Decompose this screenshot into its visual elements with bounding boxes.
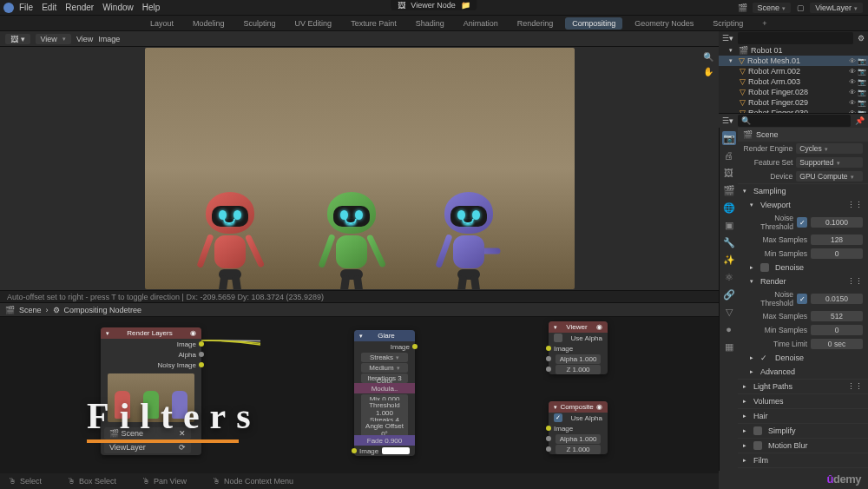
tab-modeling[interactable]: Modeling — [186, 17, 232, 30]
z-value[interactable]: Z 1.000 — [556, 365, 601, 374]
options-icon[interactable]: ⋮⋮ — [847, 382, 863, 391]
object-tab-icon[interactable]: ▣ — [722, 218, 736, 232]
image-viewport[interactable]: 🔍 ✋ — [0, 47, 719, 290]
denoise-r-header[interactable]: ▸✓Denoise — [738, 351, 868, 365]
tab-scripting[interactable]: Scripting — [706, 17, 750, 30]
film-header[interactable]: ▸Film — [738, 453, 868, 467]
use-alpha-check[interactable] — [554, 334, 562, 342]
tab-layout[interactable]: Layout — [143, 17, 181, 30]
menu-render[interactable]: Render — [65, 3, 94, 12]
menu-window[interactable]: Window — [102, 3, 134, 12]
breadcrumb-scene[interactable]: Scene — [19, 306, 42, 314]
alpha-value[interactable]: Alpha 1.000 — [556, 354, 601, 364]
view-menu[interactable]: View — [36, 34, 71, 44]
pin-icon[interactable]: 📌 — [855, 116, 865, 125]
glare-type[interactable]: Streaks — [361, 353, 408, 362]
tab-shading[interactable]: Shading — [409, 17, 451, 30]
outliner-item[interactable]: ▽Robot Arm.003👁📷 — [719, 76, 868, 87]
node-glare[interactable]: ▾Glare Image Streaks Medium Iterations 3… — [354, 330, 415, 456]
options-icon[interactable]: ⋮⋮ — [847, 201, 863, 209]
noise-val[interactable]: 0.1000 — [811, 217, 863, 228]
r-denoise-check[interactable]: ✓ — [760, 354, 769, 362]
constraint-tab-icon[interactable]: 🔗 — [722, 287, 736, 301]
preview-icon[interactable]: ◉ — [596, 323, 602, 331]
image-menu[interactable]: Image — [98, 35, 120, 43]
data-tab-icon[interactable]: ▽ — [722, 305, 736, 319]
noise-check[interactable]: ✓ — [797, 217, 807, 228]
r-noise-val[interactable]: 0.0150 — [811, 294, 863, 304]
outliner-item[interactable]: ▽Robot Arm.002👁📷 — [719, 66, 868, 76]
browse-icon[interactable]: 📁 — [461, 1, 470, 10]
hair-header[interactable]: ▸Hair — [738, 409, 868, 423]
props-type-icon[interactable]: ☰▾ — [722, 116, 733, 125]
hand-icon[interactable]: ✋ — [703, 67, 713, 76]
tab-sculpting[interactable]: Sculpting — [237, 17, 283, 30]
preview-icon[interactable]: ◉ — [190, 329, 196, 337]
volumes-header[interactable]: ▸Volumes — [738, 394, 868, 408]
tab-compositing[interactable]: Compositing — [565, 17, 622, 30]
tab-add[interactable]: + — [755, 17, 773, 30]
viewport-header-prop[interactable]: ▾Viewport⋮⋮ — [738, 198, 868, 212]
filter-icon[interactable]: ⚙ — [858, 34, 865, 43]
viewlayer-tab-icon[interactable]: 🖼 — [722, 166, 736, 180]
performance-header[interactable]: ▸Performance — [738, 468, 868, 471]
outliner-type-icon[interactable]: ☰▾ — [722, 34, 733, 43]
menu-file[interactable]: File — [19, 3, 33, 12]
preview-icon[interactable]: ◉ — [596, 403, 602, 411]
view-menu-2[interactable]: View — [76, 35, 93, 43]
node-editor[interactable]: ▾Render Layers◉ Image Alpha Noisy Image … — [0, 317, 719, 489]
denoise-vp-header[interactable]: ▸Denoise — [738, 261, 868, 274]
time-val[interactable]: 0 sec — [811, 339, 863, 349]
node-viewer[interactable]: ▾Viewer◉ Use Alpha Image Alpha 1.000 Z 1… — [549, 321, 608, 374]
options-icon[interactable]: ⋮⋮ — [847, 277, 863, 286]
outliner-item[interactable]: ▽Robot Finger.028👁📷 — [719, 87, 868, 97]
r-noise-check[interactable]: ✓ — [797, 294, 807, 304]
feature-set-dd[interactable]: Supported — [796, 157, 863, 168]
viewlayer-field[interactable]: ViewLayer — [810, 3, 863, 13]
viewer-node-selector[interactable]: 🖼 Viewer Node 📁 — [391, 0, 477, 10]
max-val[interactable]: 128 — [811, 235, 863, 245]
r-max-val[interactable]: 512 — [811, 311, 863, 321]
output-tab-icon[interactable]: 🖨 — [722, 149, 736, 162]
z-value[interactable]: Z 1.000 — [556, 445, 601, 454]
outliner-item[interactable]: ▽Robot Finger.030👁📷 — [719, 108, 868, 114]
denoise-check[interactable] — [760, 263, 769, 272]
sampling-header[interactable]: ▾Sampling — [738, 184, 868, 198]
physics-tab-icon[interactable]: ⚛ — [722, 270, 736, 284]
tab-geometrynodes[interactable]: Geometry Nodes — [628, 17, 700, 30]
glare-quality[interactable]: Medium — [361, 363, 408, 373]
material-tab-icon[interactable]: ● — [722, 322, 736, 336]
breadcrumb-nodetree[interactable]: Compositing Nodetree — [64, 306, 142, 314]
scene-field[interactable]: Scene — [753, 3, 792, 13]
tab-texturepaint[interactable]: Texture Paint — [344, 17, 404, 30]
outliner-scene[interactable]: ▾🎬Robot 01 — [719, 45, 868, 56]
min-val[interactable]: 0 — [811, 248, 863, 259]
menu-help[interactable]: Help — [142, 3, 161, 12]
outliner-parent[interactable]: ▾▽Robot Mesh.01👁📷 — [719, 56, 868, 66]
alpha-value[interactable]: Alpha 1.000 — [556, 434, 601, 444]
tab-animation[interactable]: Animation — [457, 17, 505, 30]
glare-fade[interactable]: Fade 0.900 — [361, 436, 408, 446]
tab-uvediting[interactable]: UV Editing — [288, 17, 339, 30]
lightpaths-header[interactable]: ▸Light Paths⋮⋮ — [738, 380, 868, 393]
outliner-search[interactable] — [738, 32, 853, 44]
props-search[interactable] — [738, 115, 851, 127]
viewlayer-dropdown[interactable]: ViewLayer⟳ — [104, 441, 191, 453]
mb-check[interactable] — [753, 441, 762, 450]
motionblur-header[interactable]: ▸Motion Blur — [738, 439, 868, 453]
zoom-icon[interactable]: 🔍 — [703, 52, 713, 62]
render-header-prop[interactable]: ▾Render⋮⋮ — [738, 274, 868, 288]
tab-rendering[interactable]: Rendering — [510, 17, 561, 30]
modifier-tab-icon[interactable]: 🔧 — [722, 235, 736, 249]
render-engine-dd[interactable]: Cycles — [796, 143, 863, 154]
advanced-header[interactable]: ▸Advanced — [738, 365, 868, 379]
world-tab-icon[interactable]: 🌐 — [722, 201, 736, 215]
render-tab-icon[interactable]: 📷 — [722, 131, 736, 145]
r-min-val[interactable]: 0 — [811, 325, 863, 335]
texture-tab-icon[interactable]: ▦ — [722, 340, 736, 354]
editor-type-dropdown[interactable]: 🖼 ▾ — [5, 34, 30, 44]
outliner-item[interactable]: ▽Robot Finger.029👁📷 — [719, 97, 868, 108]
node-composite[interactable]: ▾Composite◉ ✓Use Alpha Image Alpha 1.000… — [549, 401, 608, 454]
device-dd[interactable]: GPU Compute — [796, 171, 863, 182]
particle-tab-icon[interactable]: ✨ — [722, 253, 736, 267]
